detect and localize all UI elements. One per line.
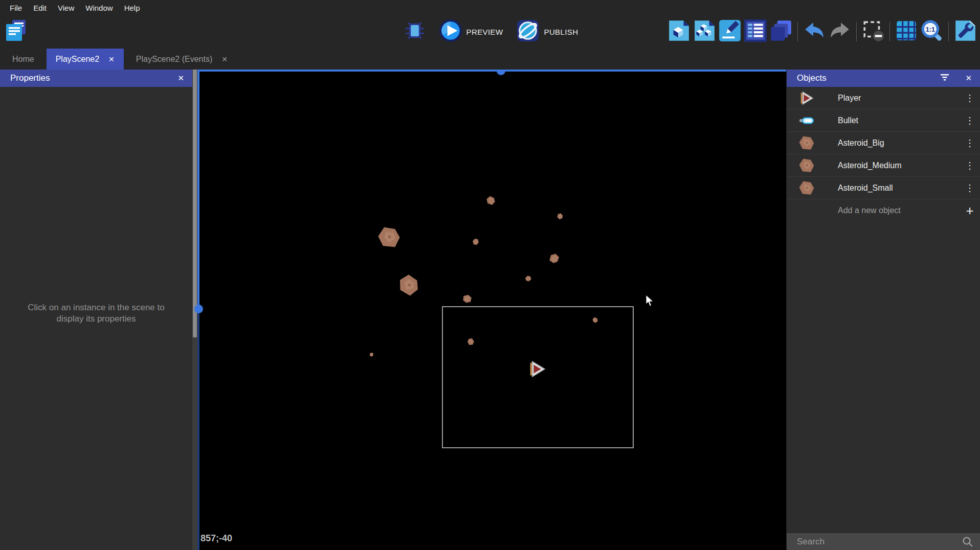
cursor-coordinates: 857;-40: [201, 533, 232, 544]
filter-icon[interactable]: [940, 73, 950, 84]
search-input[interactable]: [787, 537, 962, 547]
objects-panel-title: Objects: [797, 73, 827, 83]
kebab-menu-icon[interactable]: ⋮: [960, 109, 980, 132]
kebab-menu-icon[interactable]: ⋮: [960, 132, 980, 154]
grid-icon: [895, 19, 918, 44]
menu-edit[interactable]: Edit: [28, 0, 52, 15]
search-icon: [962, 536, 973, 547]
scene-instance-asteroid_small[interactable]: [555, 211, 565, 220]
properties-panel-header: Properties ✕: [0, 70, 192, 87]
scene-instance-asteroid_small[interactable]: [366, 352, 371, 357]
preview-button[interactable]: PREVIEW: [439, 19, 503, 44]
main-toolbar: PREVIEW PUBLISH: [0, 15, 980, 49]
close-tab-icon[interactable]: ✕: [108, 55, 115, 63]
scene-instance-player[interactable]: [527, 359, 547, 379]
properties-empty-message: Click on an instance in the scene to dis…: [19, 302, 173, 325]
scene-instance-asteroid_big[interactable]: [394, 270, 424, 300]
svg-text:1:1: 1:1: [926, 26, 935, 33]
object-row-bullet[interactable]: Bullet ⋮: [787, 109, 980, 132]
bug-debugger-icon: [404, 20, 426, 43]
redo-button[interactable]: [827, 17, 853, 46]
object-groups-icon: [693, 19, 716, 44]
deselect-icon: [861, 19, 885, 44]
tab-label: PlayScene2 (Events): [136, 55, 212, 64]
bullet-icon: [798, 112, 815, 129]
redo-arrow-icon: [828, 19, 852, 44]
publish-button[interactable]: PUBLISH: [516, 19, 578, 44]
layers-button[interactable]: [768, 17, 794, 46]
properties-panel: Properties ✕ Click on an instance in the…: [0, 70, 192, 550]
object-row-asteroid-medium[interactable]: Asteroid_Medium ⋮: [787, 154, 980, 177]
scene-instance-asteroid_big[interactable]: [377, 225, 401, 249]
scene-instance-asteroid_medium[interactable]: [548, 252, 560, 264]
zoom-1to1-button[interactable]: 1:1: [919, 17, 945, 46]
scene-instance-asteroid_medium[interactable]: [484, 194, 496, 206]
add-object-row[interactable]: Add a new object +: [787, 199, 980, 222]
player-ship-icon: [798, 89, 815, 107]
wrench-settings-icon: [953, 19, 977, 44]
scene-instance-asteroid_small[interactable]: [471, 237, 480, 246]
menu-file[interactable]: File: [4, 0, 28, 15]
plus-icon[interactable]: +: [960, 203, 980, 219]
menu-window[interactable]: Window: [80, 0, 118, 15]
kebab-menu-icon[interactable]: ⋮: [960, 154, 980, 177]
scene-instance-asteroid_small[interactable]: [524, 274, 533, 283]
scene-canvas[interactable]: 857;-40: [192, 70, 786, 550]
object-name: Asteroid_Small: [838, 184, 960, 193]
object-name: Bullet: [838, 116, 960, 125]
toolbar-separator: [856, 22, 857, 41]
publish-label: PUBLISH: [544, 28, 578, 36]
undo-button[interactable]: [801, 17, 827, 46]
tab-playscene2[interactable]: PlayScene2 ✕: [47, 49, 124, 70]
project-settings-button[interactable]: [952, 17, 978, 46]
scene-instance-asteroid_small[interactable]: [591, 317, 598, 325]
mouse-cursor-icon: [645, 294, 654, 310]
instances-list-button[interactable]: [743, 17, 768, 46]
menu-bar: File Edit View Window Help: [0, 0, 980, 15]
toolbar-separator: [797, 22, 798, 41]
scene-instance-asteroid_medium[interactable]: [461, 292, 473, 305]
tab-label: Home: [12, 55, 34, 64]
undo-arrow-icon: [803, 19, 826, 44]
object-row-asteroid-big[interactable]: Asteroid_Big ⋮: [787, 132, 980, 154]
preview-label: PREVIEW: [466, 28, 503, 36]
menu-view[interactable]: View: [52, 0, 80, 15]
layers-icon: [769, 19, 793, 44]
add-object-label: Add a new object: [838, 206, 960, 215]
object-row-player[interactable]: Player ⋮: [787, 87, 980, 109]
object-row-asteroid-small[interactable]: Asteroid_Small ⋮: [787, 177, 980, 199]
debugger-button[interactable]: [402, 17, 428, 46]
edit-scene-properties-button[interactable]: [717, 17, 743, 46]
close-icon[interactable]: ✕: [965, 74, 972, 83]
close-tab-icon[interactable]: ✕: [221, 55, 228, 63]
zoom-1to1-icon: 1:1: [920, 19, 944, 44]
asteroid-icon: [798, 179, 815, 197]
scene-instances: [192, 70, 786, 550]
toggle-grid-button[interactable]: [894, 17, 919, 46]
asteroid-icon: [798, 157, 815, 174]
asteroid-icon: [798, 134, 815, 152]
object-cube-page-icon: [667, 19, 691, 44]
edit-objects-button[interactable]: [666, 17, 692, 46]
properties-panel-title: Properties: [10, 73, 50, 83]
scene-instance-asteroid_small[interactable]: [465, 336, 476, 347]
object-name: Asteroid_Medium: [838, 161, 960, 170]
editor-tab-bar: Home PlayScene2 ✕ PlayScene2 (Events) ✕: [0, 49, 980, 70]
tab-playscene2-events[interactable]: PlayScene2 (Events) ✕: [124, 49, 240, 70]
objects-panel: Objects ✕ Player ⋮: [786, 70, 980, 550]
toolbar-separator: [889, 22, 890, 41]
object-name: Asteroid_Big: [838, 139, 960, 148]
kebab-menu-icon[interactable]: ⋮: [960, 177, 980, 199]
objects-search-bar: [787, 533, 980, 550]
edit-object-groups-button[interactable]: [692, 17, 717, 46]
tab-label: PlayScene2: [56, 55, 99, 64]
close-icon[interactable]: ✕: [177, 74, 184, 83]
clear-selection-button[interactable]: [860, 17, 886, 46]
menu-help[interactable]: Help: [119, 0, 146, 15]
tab-home[interactable]: Home: [0, 49, 47, 70]
instances-list-icon: [744, 19, 767, 44]
pencil-edit-icon: [718, 19, 742, 44]
kebab-menu-icon[interactable]: ⋮: [960, 87, 980, 109]
objects-panel-header: Objects ✕: [787, 70, 980, 87]
toolbar-separator: [948, 22, 949, 41]
